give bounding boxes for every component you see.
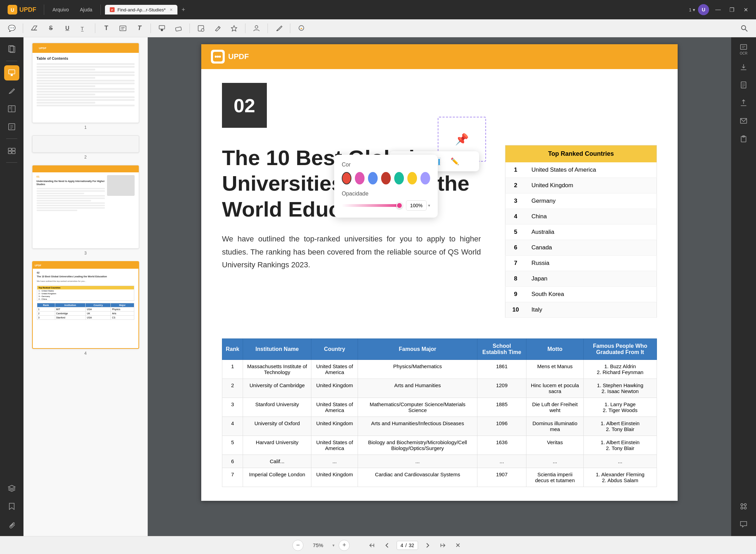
rank-cell: 6 xyxy=(505,240,526,256)
new-tab-button[interactable]: + xyxy=(179,6,188,13)
total-pages-bottom: 32 xyxy=(409,543,414,548)
svg-rect-9 xyxy=(159,26,165,29)
thumb-page-4-content: UPDF 02 The 10 Best Global Universities … xyxy=(32,261,139,349)
text-box-tool[interactable] xyxy=(117,22,129,35)
swatch-red[interactable] xyxy=(342,172,351,184)
star-tool[interactable] xyxy=(228,22,240,35)
sidebar-layers-icon[interactable] xyxy=(4,481,19,496)
sidebar-mail-icon[interactable] xyxy=(736,113,751,128)
shape-tool[interactable] xyxy=(195,22,207,35)
universities-table-body: 1Massachusetts Institute of TechnologyUn… xyxy=(222,360,657,487)
menu-arquivo[interactable]: Arquivo xyxy=(48,6,73,14)
zoom-in-button[interactable]: + xyxy=(339,540,350,551)
sidebar-organize-icon[interactable] xyxy=(4,143,19,158)
page-first-button[interactable] xyxy=(366,540,377,551)
thumb-p4-header: UPDF xyxy=(33,262,138,269)
search-button[interactable] xyxy=(738,22,750,35)
thumbnail-page-1[interactable]: UPDF Table of Contents xyxy=(28,43,143,130)
zoom-out-button[interactable]: − xyxy=(292,540,303,551)
svg-point-13 xyxy=(201,29,204,31)
strikethrough-tool[interactable]: S̶ xyxy=(45,22,57,35)
swatch-teal[interactable] xyxy=(394,172,404,184)
thumbnail-page-3[interactable]: 01 Understanding the Need to Apply Inter… xyxy=(28,165,143,256)
sidebar-edit-icon[interactable] xyxy=(4,83,19,98)
brush-tool[interactable] xyxy=(156,22,168,35)
sidebar-doc-icon[interactable] xyxy=(736,77,751,93)
color-label: Cor xyxy=(342,162,430,168)
swatch-darkred[interactable] xyxy=(381,172,391,184)
thumbnail-page-4[interactable]: UPDF 02 The 10 Best Global Universities … xyxy=(28,261,143,356)
highlight-icon xyxy=(30,25,38,32)
color-swatches xyxy=(342,172,430,184)
user-avatar[interactable]: U xyxy=(698,4,709,15)
menu-ajuda[interactable]: Ajuda xyxy=(76,6,96,14)
country-cell: Germany xyxy=(526,193,657,209)
close-bottom-button[interactable]: ✕ xyxy=(453,540,464,551)
swatch-pink[interactable] xyxy=(355,172,365,184)
uni-table-cell: 1636 xyxy=(477,436,526,455)
uni-table-cell: United States of America xyxy=(311,360,358,379)
squiggly-tool[interactable]: T̲ xyxy=(78,22,90,35)
sidebar-bookmark-icon[interactable] xyxy=(4,499,19,514)
pencil-tool[interactable] xyxy=(211,22,224,35)
opacity-slider[interactable] xyxy=(342,204,402,207)
sidebar-download-icon[interactable] xyxy=(736,59,751,75)
separator xyxy=(44,4,44,15)
text-tool[interactable]: T xyxy=(100,22,113,35)
rank-cell: 7 xyxy=(505,256,526,271)
svg-text:U: U xyxy=(11,7,14,13)
swatch-blue[interactable] xyxy=(368,172,378,184)
sidebar-upload-icon[interactable] xyxy=(736,95,751,111)
eraser-tool[interactable] xyxy=(172,22,185,35)
swatch-purple[interactable] xyxy=(420,172,430,184)
sidebar-reader-icon[interactable] xyxy=(4,101,19,116)
svg-rect-11 xyxy=(175,27,181,31)
thumb-p3-inner: 01 Understanding the Need to Apply Inter… xyxy=(32,165,139,248)
opacity-thumb[interactable] xyxy=(396,202,403,209)
underline-tool[interactable]: U xyxy=(61,22,74,35)
color-tool[interactable] xyxy=(295,22,308,35)
universities-table-head: RankInstitution NameCountryFamous MajorS… xyxy=(222,339,657,360)
page-last-button[interactable] xyxy=(437,540,448,551)
sidebar-icons xyxy=(0,37,23,536)
sidebar-form-icon[interactable] xyxy=(4,119,19,134)
comment-tool[interactable]: 💬 xyxy=(6,22,18,35)
page-arrow[interactable]: ▾ xyxy=(693,7,695,12)
minimize-button[interactable]: — xyxy=(712,5,724,15)
ranked-table-row: 2United Kingdom xyxy=(505,178,657,193)
sidebar-attachment-icon[interactable] xyxy=(4,517,19,532)
swatch-yellow[interactable] xyxy=(407,172,417,184)
opacity-input[interactable] xyxy=(406,200,427,211)
zoom-dropdown[interactable]: ▾ xyxy=(332,543,335,548)
page-prev-button[interactable] xyxy=(381,540,392,551)
tab-close-button[interactable]: × xyxy=(170,7,173,12)
sidebar-integrations-icon[interactable] xyxy=(736,499,751,514)
thumb-mini-table: Top Ranked Countries 1 - United States 2… xyxy=(37,286,134,301)
person-tool[interactable] xyxy=(250,22,263,35)
opacity-dropdown-arrow[interactable]: ▾ xyxy=(428,203,430,208)
sidebar-pages-icon[interactable] xyxy=(4,41,19,57)
sidebar-highlight-icon[interactable] xyxy=(4,65,19,80)
ocr-button[interactable]: OCR xyxy=(736,41,751,57)
close-button[interactable]: ✕ xyxy=(739,5,752,15)
typewriter-tool[interactable]: T xyxy=(133,22,146,35)
page-indicator-bottom: 4 / 32 xyxy=(397,541,418,550)
ann-edit-button[interactable]: ✏️ xyxy=(448,155,461,168)
thumb-line xyxy=(37,202,105,204)
thumbnail-page-2[interactable]: 2 xyxy=(28,135,143,160)
svg-marker-37 xyxy=(8,485,15,489)
thumb-line xyxy=(37,190,105,192)
highlight-tool[interactable] xyxy=(28,22,40,35)
sidebar-clipboard-icon[interactable] xyxy=(736,131,751,146)
uni-table-cell: 6 xyxy=(222,455,243,468)
maximize-button[interactable]: ❐ xyxy=(726,5,738,15)
sidebar-chat-icon[interactable] xyxy=(736,517,751,532)
page-next-button[interactable] xyxy=(422,540,433,551)
active-tab[interactable]: P Find-and-Ap...r-Studies* × xyxy=(105,5,177,15)
page-indicator[interactable]: 1 ▾ xyxy=(689,7,695,12)
ranked-table-row: 10Italy xyxy=(505,302,657,318)
pen-tool[interactable] xyxy=(273,22,285,35)
ranked-table-row: 7Russia xyxy=(505,256,657,271)
uni-table-cell: 3 xyxy=(222,398,243,417)
toc-line xyxy=(37,102,95,104)
